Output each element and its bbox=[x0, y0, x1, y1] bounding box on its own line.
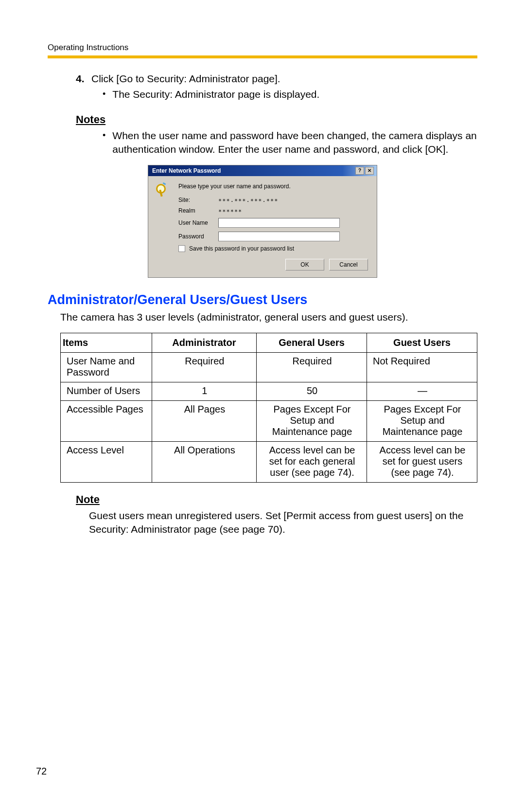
cell-general: Required bbox=[257, 353, 367, 382]
cell-guest: Not Required bbox=[367, 353, 477, 382]
dialog-screenshot: Enter Network Password ? ✕ bbox=[48, 165, 477, 278]
cell-items: User Name and Password bbox=[61, 353, 152, 382]
cell-guest: — bbox=[367, 382, 477, 401]
step-sub-bullet: • The Security: Administrator page is di… bbox=[103, 88, 477, 101]
table-row: Access Level All Operations Access level… bbox=[61, 442, 477, 483]
help-button[interactable]: ? bbox=[355, 167, 364, 175]
note-body: Guest users mean unregistered users. Set… bbox=[89, 509, 477, 536]
cell-admin: 1 bbox=[152, 382, 256, 401]
dialog-prompt: Please type your user name and password. bbox=[178, 183, 369, 190]
cell-admin: All Operations bbox=[152, 442, 256, 483]
cell-guest: Pages Except For Setup and Maintenance p… bbox=[367, 401, 477, 442]
password-input[interactable] bbox=[218, 232, 340, 241]
page: Operating Instructions 4. Click [Go to S… bbox=[0, 0, 525, 812]
notes-heading: Notes bbox=[76, 113, 477, 126]
header-section-label: Operating Instructions bbox=[48, 43, 477, 55]
bullet-icon: • bbox=[103, 129, 105, 142]
cell-general: 50 bbox=[257, 382, 367, 401]
step-sub-text: The Security: Administrator page is disp… bbox=[112, 88, 319, 101]
site-label: Site: bbox=[178, 197, 218, 203]
cancel-button[interactable]: Cancel bbox=[329, 259, 368, 271]
cell-general: Access level can be set for each general… bbox=[257, 442, 367, 483]
cell-guest: Access level can be set for guest users … bbox=[367, 442, 477, 483]
table-row: Number of Users 1 50 — bbox=[61, 382, 477, 401]
cell-admin: Required bbox=[152, 353, 256, 382]
ok-button[interactable]: OK bbox=[285, 259, 324, 271]
dialog-title: Enter Network Password bbox=[152, 167, 221, 174]
user-levels-table: Items Administrator General Users Guest … bbox=[60, 333, 477, 483]
step-4: 4. Click [Go to Security: Administrator … bbox=[76, 72, 477, 86]
table-header-row: Items Administrator General Users Guest … bbox=[61, 333, 477, 353]
enter-network-password-dialog: Enter Network Password ? ✕ bbox=[148, 165, 377, 278]
note-heading: Note bbox=[76, 493, 477, 506]
realm-label: Realm bbox=[178, 207, 218, 214]
key-icon bbox=[156, 184, 169, 197]
cell-items: Number of Users bbox=[61, 382, 152, 401]
col-header-general: General Users bbox=[257, 333, 367, 353]
header-divider bbox=[48, 55, 477, 58]
cell-items: Access Level bbox=[61, 442, 152, 483]
col-header-admin: Administrator bbox=[152, 333, 256, 353]
section-heading: Administrator/General Users/Guest Users bbox=[48, 292, 477, 307]
section-intro: The camera has 3 user levels (administra… bbox=[60, 310, 477, 324]
realm-value: ∗∗∗∗∗∗ bbox=[218, 207, 242, 214]
close-button[interactable]: ✕ bbox=[365, 167, 374, 175]
step-text: Click [Go to Security: Administrator pag… bbox=[91, 72, 280, 86]
site-value: ∗∗∗.∗∗∗.∗∗∗.∗∗∗ bbox=[218, 197, 278, 203]
col-header-items: Items bbox=[61, 333, 152, 353]
dialog-body: Please type your user name and password.… bbox=[148, 176, 377, 277]
username-input[interactable] bbox=[218, 218, 340, 228]
save-password-label: Save this password in your password list bbox=[189, 245, 294, 252]
cell-admin: All Pages bbox=[152, 401, 256, 442]
username-label: User Name bbox=[178, 219, 218, 226]
bullet-icon: • bbox=[103, 88, 105, 101]
dialog-titlebar: Enter Network Password ? ✕ bbox=[148, 165, 377, 176]
table-row: Accessible Pages All Pages Pages Except … bbox=[61, 401, 477, 442]
save-password-checkbox[interactable] bbox=[178, 245, 185, 252]
notes-body: • When the user name and password have b… bbox=[103, 129, 477, 156]
notes-text: When the user name and password have bee… bbox=[112, 129, 477, 156]
table-row: User Name and Password Required Required… bbox=[61, 353, 477, 382]
password-label: Password bbox=[178, 233, 218, 240]
page-number: 72 bbox=[36, 766, 47, 777]
step-number: 4. bbox=[76, 72, 86, 86]
cell-general: Pages Except For Setup and Maintenance p… bbox=[257, 401, 367, 442]
cell-items: Accessible Pages bbox=[61, 401, 152, 442]
col-header-guest: Guest Users bbox=[367, 333, 477, 353]
